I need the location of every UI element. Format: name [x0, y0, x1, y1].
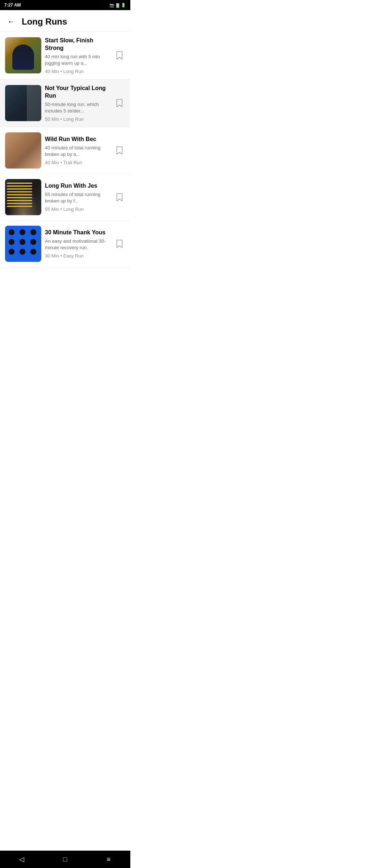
workout-meta-4: 55 Min • Long Run: [45, 207, 110, 212]
status-left: 7:27 AM: [4, 3, 21, 8]
workout-description-3: 40 minutes of total running broken up by…: [45, 145, 110, 158]
workout-meta-1: 40 Min • Long Run: [45, 69, 110, 74]
workout-info-2: Not Your Typical Long Run 50-minute long…: [41, 85, 114, 122]
workout-item-3[interactable]: Wild Run With Bec 40 minutes of total ru…: [0, 127, 130, 174]
workout-description-1: 40 min long run with 5 min jogging warm …: [45, 54, 110, 67]
workout-name-4: Long Run With Jes: [45, 182, 110, 190]
bookmark-button-4[interactable]: [114, 191, 125, 203]
back-button[interactable]: ←: [6, 16, 16, 27]
workout-info-1: Start Slow, Finish Strong 40 min long ru…: [41, 37, 114, 74]
workout-description-5: An easy and motivational 30-minute recov…: [45, 238, 110, 251]
workout-item-1[interactable]: Start Slow, Finish Strong 40 min long ru…: [0, 32, 130, 80]
workout-item-4[interactable]: Long Run With Jes 55 minutes of total ru…: [0, 174, 130, 221]
workout-info-4: Long Run With Jes 55 minutes of total ru…: [41, 182, 114, 212]
wifi-icon: ▓: [116, 3, 119, 7]
workout-description-2: 50-minute long run, which includes 5 str…: [45, 101, 110, 114]
workout-meta-5: 30 Min • Easy Run: [45, 253, 110, 259]
bookmark-button-5[interactable]: [114, 238, 125, 250]
workout-name-3: Wild Run With Bec: [45, 136, 110, 143]
battery-icon: 🔋: [121, 3, 126, 8]
workout-thumbnail-4: [5, 179, 41, 215]
status-time: 7:27 AM: [4, 3, 21, 8]
page-title: Long Runs: [22, 17, 67, 27]
workout-name-2: Not Your Typical Long Run: [45, 85, 110, 100]
workout-thumbnail-2: [5, 85, 41, 121]
camera-icon: 📷: [109, 3, 114, 8]
workout-meta-2: 50 Min • Long Run: [45, 116, 110, 122]
header: ← Long Runs: [0, 10, 130, 32]
status-bar: 7:27 AM 📷 ▓ 🔋: [0, 0, 130, 10]
workout-info-3: Wild Run With Bec 40 minutes of total ru…: [41, 136, 114, 165]
workout-item-5[interactable]: 30 Minute Thank Yous An easy and motivat…: [0, 221, 130, 267]
workout-list-container: Start Slow, Finish Strong 40 min long ru…: [0, 32, 130, 285]
workout-thumbnail-1: [5, 37, 41, 73]
workout-thumbnail-3: [5, 132, 41, 169]
workout-thumbnail-5: [5, 226, 41, 262]
workout-info-5: 30 Minute Thank Yous An easy and motivat…: [41, 229, 114, 259]
status-right: 📷 ▓ 🔋: [109, 3, 126, 8]
bookmark-button-2[interactable]: [114, 97, 125, 109]
workout-name-1: Start Slow, Finish Strong: [45, 37, 110, 52]
workout-name-5: 30 Minute Thank Yous: [45, 229, 110, 237]
workout-meta-3: 40 Min • Trail Run: [45, 160, 110, 165]
bookmark-button-1[interactable]: [114, 50, 125, 61]
workout-item-2[interactable]: Not Your Typical Long Run 50-minute long…: [0, 80, 130, 127]
workout-list: Start Slow, Finish Strong 40 min long ru…: [0, 32, 130, 267]
bookmark-button-3[interactable]: [114, 145, 125, 156]
workout-description-4: 55 minutes of total running broken up by…: [45, 191, 110, 204]
